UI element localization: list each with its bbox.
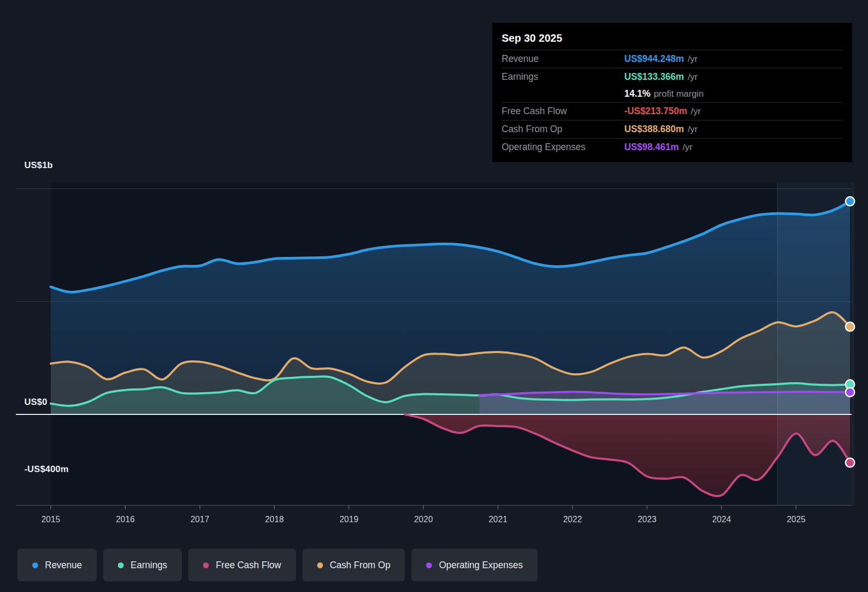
x-axis-year-label: 2023 [638,515,657,524]
tooltip-row-cash-from-op: Cash From Op US$388.680m /yr [502,120,843,138]
end-dot-cash-from-op [846,322,855,331]
legend-item-operating-expenses[interactable]: Operating Expenses [411,549,538,581]
y-axis-label-neg400m: -US$400m [24,464,69,475]
end-dot-operating-expenses [846,387,855,396]
x-axis-year-label: 2018 [265,515,284,524]
tooltip-row-profit-margin: 14.1% profit margin [502,86,843,102]
fcf-value: -US$213.750m [624,106,687,117]
operating-expenses-dot-icon [426,562,432,568]
x-axis-year-label: 2024 [712,515,731,524]
earnings-dot-icon [118,562,124,568]
legend-item-cash-from-op[interactable]: Cash From Op [302,549,405,581]
tooltip-row-earnings: Earnings US$133.366m /yr [502,68,843,86]
tooltip-row-revenue: Revenue US$944.248m /yr [502,50,843,68]
x-axis-year-label: 2022 [563,515,582,524]
profit-margin-value: 14.1% [624,88,651,99]
x-axis-year-label: 2016 [116,515,135,524]
end-dot-revenue [846,197,855,206]
cash-from-op-dot-icon [317,562,323,568]
cash-from-op-value: US$388.680m [624,124,684,135]
earnings-value: US$133.366m [624,71,684,82]
revenue-dot-icon [32,562,38,568]
x-axis-year-label: 2020 [414,515,433,524]
legend-item-revenue[interactable]: Revenue [17,549,97,581]
x-axis-year-label: 2017 [190,515,209,524]
tooltip-row-fcf: Free Cash Flow -US$213.750m /yr [502,102,843,120]
x-axis-year-label: 2015 [41,515,60,524]
end-dot-free-cash-flow [846,458,855,467]
free-cash-flow-dot-icon [203,562,209,568]
x-axis-year-label: 2019 [339,515,358,524]
legend: Revenue Earnings Free Cash Flow Cash Fro… [17,549,544,581]
y-axis-label-1b: US$1b [24,160,53,171]
legend-item-free-cash-flow[interactable]: Free Cash Flow [188,549,296,581]
chart-tooltip: Sep 30 2025 Revenue US$944.248m /yr Earn… [492,23,852,162]
y-axis-label-zero: US$0 [24,397,47,408]
tooltip-date: Sep 30 2025 [502,28,843,50]
app-canvas: US$1b US$0 -US$400m 20152016201720182019… [0,0,868,592]
last-year-highlight-band [778,182,854,505]
legend-item-earnings[interactable]: Earnings [103,549,182,581]
revenue-value: US$944.248m [624,53,684,64]
opex-value: US$98.461m [624,142,679,153]
tooltip-row-opex: Operating Expenses US$98.461m /yr [502,138,843,156]
x-axis-year-label: 2021 [488,515,507,524]
x-axis-year-label: 2025 [787,515,806,524]
